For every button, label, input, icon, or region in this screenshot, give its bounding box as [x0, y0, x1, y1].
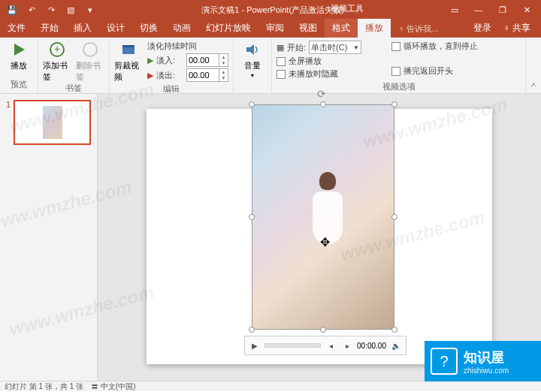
- resize-handle[interactable]: [391, 327, 397, 333]
- zhishiwu-url: zhishiwu.com: [464, 366, 509, 375]
- start-icon: ▦: [277, 43, 284, 53]
- player-timeline[interactable]: [264, 343, 321, 348]
- save-icon[interactable]: 💾: [6, 4, 18, 16]
- resize-handle[interactable]: [249, 214, 255, 220]
- volume-button[interactable]: 音量 ▼: [238, 41, 267, 78]
- collapse-ribbon-icon[interactable]: ㅅ: [530, 80, 537, 90]
- group-preview: 预览: [5, 79, 33, 92]
- ribbon-options-icon[interactable]: ▭: [443, 1, 466, 19]
- tell-me: ♀ 告诉我...: [391, 20, 446, 38]
- resize-handle[interactable]: [249, 101, 255, 107]
- tab-playback[interactable]: 播放: [358, 19, 391, 38]
- fullscreen-checkbox[interactable]: [277, 57, 286, 66]
- resize-handle[interactable]: [391, 101, 397, 107]
- slide-thumbnail[interactable]: [14, 100, 91, 145]
- rotate-handle[interactable]: ⟳: [317, 88, 329, 100]
- fadeout-spinner[interactable]: ▲▼: [186, 68, 228, 82]
- play-button[interactable]: 播放: [5, 41, 33, 71]
- lightbulb-icon: ♀: [398, 24, 404, 33]
- status-lang[interactable]: 〓 中文(中国): [91, 381, 135, 392]
- status-slide: 幻灯片 第 1 张，共 1 张: [5, 381, 83, 392]
- minimize-icon[interactable]: —: [467, 1, 490, 19]
- video-object[interactable]: ⟳ ✥: [252, 104, 394, 330]
- tab-insert[interactable]: 插入: [66, 19, 99, 38]
- resize-handle[interactable]: [391, 214, 397, 220]
- trim-video-button[interactable]: 剪裁视频: [114, 41, 143, 83]
- share-button[interactable]: ♀ 共享: [499, 19, 535, 38]
- resize-handle[interactable]: [320, 327, 326, 333]
- up-icon[interactable]: ▲: [219, 69, 228, 75]
- svg-rect-5: [122, 45, 134, 47]
- tab-file[interactable]: 文件: [0, 19, 33, 38]
- fadeout-arrow-icon: ▶: [147, 71, 153, 80]
- window-title: 演示文稿1 - PowerPoint(产品激活失败): [102, 5, 443, 16]
- status-bar: 幻灯片 第 1 张，共 1 张 〓 中文(中国): [0, 381, 541, 391]
- thumb-image: [43, 106, 62, 139]
- move-cursor-icon: ✥: [320, 235, 330, 249]
- loop-checkbox[interactable]: [391, 42, 400, 51]
- fadein-arrow-icon: ▶: [147, 56, 153, 65]
- player-prev-icon[interactable]: ◂: [324, 339, 337, 352]
- svg-marker-6: [246, 44, 254, 55]
- tab-review[interactable]: 审阅: [258, 19, 292, 38]
- group-video-options: 视频选项: [277, 81, 521, 94]
- tab-format[interactable]: 格式: [325, 19, 358, 38]
- undo-icon[interactable]: ↶: [26, 4, 38, 16]
- player-next-icon[interactable]: ▸: [340, 339, 354, 352]
- tab-home[interactable]: 开始: [33, 19, 66, 38]
- slide-area[interactable]: ⟳ ✥ ▶ ◂ ▸ 00:00.00 🔈: [98, 94, 541, 381]
- resize-handle[interactable]: [249, 327, 255, 333]
- player-time: 00:00.00: [357, 342, 386, 350]
- hide-checkbox[interactable]: [277, 70, 286, 79]
- login-link[interactable]: 登录: [469, 19, 496, 38]
- start-dropdown[interactable]: 单击时(C) ▼: [309, 41, 361, 54]
- player-volume-icon[interactable]: 🔈: [389, 339, 403, 352]
- zhishiwu-icon: ?: [431, 348, 458, 375]
- tab-design[interactable]: 设计: [99, 19, 132, 38]
- down-icon[interactable]: ▼: [219, 60, 228, 66]
- zhishiwu-banner[interactable]: ? 知识屋 zhishiwu.com: [425, 341, 541, 381]
- contextual-tab-title: 视频工具: [331, 3, 364, 14]
- resize-handle[interactable]: [320, 101, 326, 107]
- slide-thumbnail-panel[interactable]: 1: [0, 94, 98, 381]
- hide-label: 未播放时隐藏: [289, 68, 338, 80]
- player-play-icon[interactable]: ▶: [248, 339, 261, 352]
- qat-more-icon[interactable]: ▾: [84, 4, 96, 16]
- add-bookmark-icon: +: [48, 41, 66, 59]
- up-icon[interactable]: ▲: [219, 54, 228, 60]
- start-label: 开始:: [287, 42, 306, 53]
- zhishiwu-title: 知识屋: [464, 348, 509, 366]
- tab-view[interactable]: 视图: [292, 19, 325, 38]
- redo-icon[interactable]: ↷: [45, 4, 57, 16]
- volume-icon: [243, 41, 261, 59]
- fadeout-label: 淡出:: [156, 70, 183, 81]
- restore-icon[interactable]: ❐: [491, 1, 514, 19]
- down-icon[interactable]: ▼: [219, 75, 228, 81]
- add-bookmark-button[interactable]: + 添加书签: [43, 41, 71, 83]
- trim-icon: [119, 41, 138, 59]
- fadein-label: 淡入:: [156, 55, 183, 66]
- fadeout-input[interactable]: [187, 71, 219, 80]
- fade-duration-label: 淡化持续时间: [147, 41, 228, 52]
- tab-slideshow[interactable]: 幻灯片放映: [198, 19, 258, 38]
- thumb-number: 1: [6, 100, 11, 145]
- slide[interactable]: ⟳ ✥ ▶ ◂ ▸ 00:00.00 🔈: [147, 109, 492, 364]
- chevron-down-icon: ▼: [353, 44, 359, 51]
- rewind-checkbox[interactable]: [391, 67, 400, 76]
- svg-marker-0: [14, 44, 25, 56]
- svg-text:+: +: [54, 43, 60, 55]
- play-icon: [10, 41, 28, 59]
- fadein-spinner[interactable]: ▲▼: [186, 53, 228, 67]
- tab-animations[interactable]: 动画: [165, 19, 198, 38]
- rewind-label: 播完返回开头: [403, 65, 453, 77]
- remove-bookmark-button[interactable]: 删除书签: [76, 41, 104, 83]
- slideshow-icon[interactable]: ▧: [65, 4, 77, 16]
- fullscreen-label: 全屏播放: [289, 56, 322, 67]
- tab-transitions[interactable]: 切换: [132, 19, 165, 38]
- chevron-down-icon: ▼: [250, 73, 255, 78]
- video-frame[interactable]: ✥: [252, 104, 394, 330]
- close-icon[interactable]: ✕: [515, 1, 538, 19]
- svg-point-3: [83, 43, 97, 56]
- loop-label: 循环播放，直到停止: [403, 41, 478, 52]
- fadein-input[interactable]: [187, 56, 219, 65]
